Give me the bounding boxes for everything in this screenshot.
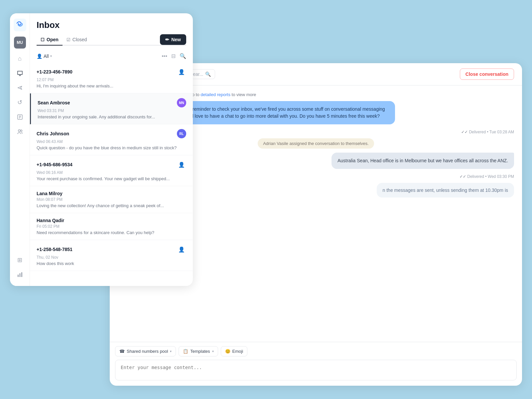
inbox-tabs: ☐ Open ☑ Closed ✏ New bbox=[37, 34, 186, 46]
conv-avatar-c4: 👤 bbox=[177, 160, 186, 169]
svg-rect-7 bbox=[18, 275, 19, 277]
conversation-item[interactable]: +1-223-456-7890 👤 12:07 PM Hi, I'm inqui… bbox=[30, 63, 193, 93]
sidebar-item-reports[interactable] bbox=[14, 269, 26, 281]
sidebar-item-team[interactable] bbox=[14, 126, 26, 138]
sidebar-item-chat[interactable] bbox=[14, 67, 26, 79]
detailed-reports-link[interactable]: detailed reports bbox=[200, 92, 230, 97]
filter-actions: ••• ⊟ 🔍 bbox=[162, 53, 186, 59]
filter-icon[interactable]: ⊟ bbox=[171, 53, 176, 59]
filter-all-dropdown[interactable]: 👤 All ▾ bbox=[37, 54, 52, 59]
conv-avatar-c1: 👤 bbox=[177, 67, 186, 76]
template-icon: 📋 bbox=[183, 349, 188, 354]
conv-avatar-c3: RL bbox=[177, 129, 186, 138]
assignment-notice: Adrian Vasile assigned the conversation … bbox=[258, 138, 374, 149]
conversation-item[interactable]: +1-945-686-9534 👤 Wed 06:16 AM Your rece… bbox=[30, 155, 193, 186]
conversation-item[interactable]: Chris Johnson RL Wed 06:43 AM Quick ques… bbox=[30, 124, 193, 155]
conversation-item[interactable]: Hanna Qadir Fri 05:02 PM Need recommenda… bbox=[30, 213, 193, 240]
emoji-button[interactable]: 😊 Emoji bbox=[221, 346, 248, 356]
sidebar-item-automation[interactable]: ↺ bbox=[14, 96, 26, 108]
conversation-item-active[interactable]: Sean Ambrose MN Wed 03:31 PM Interested … bbox=[30, 93, 193, 124]
person-icon: 👤 bbox=[37, 54, 42, 59]
inbox-title: Inbox bbox=[37, 20, 186, 30]
filter-row: 👤 All ▾ ••• ⊟ 🔍 bbox=[30, 50, 193, 63]
chevron-down-icon: ▾ bbox=[212, 349, 214, 353]
chevron-down-icon: ▾ bbox=[170, 349, 172, 353]
svg-point-6 bbox=[20, 130, 22, 132]
pool-icon: ☎ bbox=[119, 349, 125, 354]
inbox-panel: MU ⌂ ↺ bbox=[10, 13, 193, 286]
more-options-icon[interactable]: ••• bbox=[162, 53, 167, 59]
app-logo bbox=[14, 19, 26, 31]
new-btn-icon: ✏ bbox=[165, 37, 169, 42]
sidebar-item-grid[interactable]: ⊞ bbox=[14, 254, 26, 266]
user-avatar[interactable]: MU bbox=[14, 37, 26, 49]
inbox-main: Inbox ☐ Open ☑ Closed ✏ New bbox=[30, 13, 193, 286]
partial-message: n the messages are sent, unless sending … bbox=[377, 183, 514, 198]
templates-button[interactable]: 📋 Templates ▾ bbox=[179, 346, 218, 356]
conversation-item[interactable]: Lana Milroy Mon 08:07 PM Loving the new … bbox=[30, 186, 193, 213]
closed-tab-icon: ☑ bbox=[66, 37, 70, 42]
conversation-item[interactable]: +1-258-548-7851 👤 Thu, 02 Nov How does t… bbox=[30, 240, 193, 271]
sidebar-item-contacts[interactable] bbox=[14, 111, 26, 123]
conv-avatar-c7: 👤 bbox=[177, 245, 186, 254]
svg-point-5 bbox=[18, 130, 20, 132]
close-conversation-button[interactable]: Close conversation bbox=[460, 68, 514, 80]
svg-rect-9 bbox=[21, 272, 22, 277]
conversation-footer: ☎ Shared numbers pool ▾ 📋 Templates ▾ 😊 … bbox=[110, 342, 522, 386]
sidebar-item-campaigns[interactable] bbox=[14, 82, 26, 94]
conv-avatar-c2: MN bbox=[177, 98, 186, 107]
tab-open[interactable]: ☐ Open bbox=[37, 34, 63, 46]
sidebar: MU ⌂ ↺ bbox=[10, 13, 30, 286]
tab-closed[interactable]: ☑ Closed bbox=[63, 34, 91, 46]
footer-toolbar: ☎ Shared numbers pool ▾ 📋 Templates ▾ 😊 … bbox=[115, 346, 517, 356]
emoji-icon: 😊 bbox=[225, 349, 230, 354]
new-conversation-button[interactable]: ✏ New bbox=[160, 34, 186, 45]
message-bubble-incoming: Australia Sean, Head office is in Melbou… bbox=[332, 153, 514, 169]
inbox-header: Inbox ☐ Open ☑ Closed ✏ New bbox=[30, 13, 193, 50]
main-wrapper: MU ⌂ ↺ bbox=[10, 13, 522, 386]
svg-rect-8 bbox=[19, 273, 20, 277]
search-icon: 🔍 bbox=[205, 71, 211, 77]
chevron-down-icon: ▾ bbox=[50, 54, 52, 58]
message-input[interactable] bbox=[115, 360, 517, 380]
sidebar-item-home[interactable]: ⌂ bbox=[14, 53, 26, 65]
search-icon[interactable]: 🔍 bbox=[180, 53, 186, 59]
open-tab-icon: ☐ bbox=[41, 37, 45, 42]
shared-numbers-pool-button[interactable]: ☎ Shared numbers pool ▾ bbox=[115, 346, 176, 356]
conversation-list: +1-223-456-7890 👤 12:07 PM Hi, I'm inqui… bbox=[30, 63, 193, 286]
